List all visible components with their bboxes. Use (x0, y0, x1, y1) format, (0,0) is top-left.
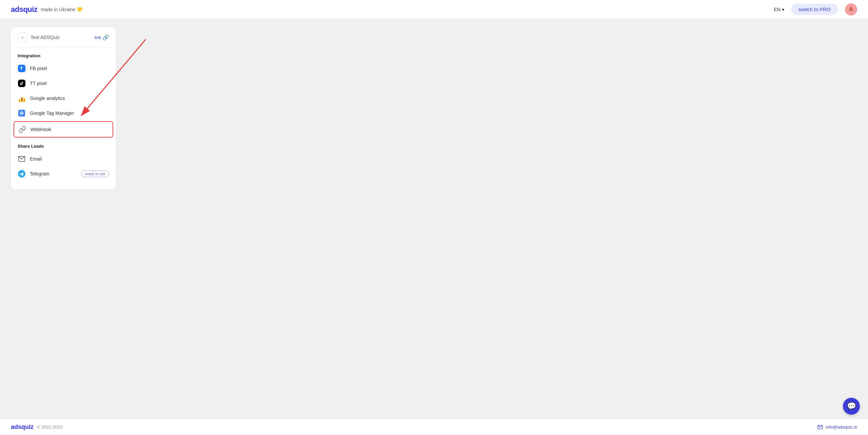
fb-pixel-label: FB pixel (30, 66, 47, 71)
webhook-item[interactable]: WebHook (14, 121, 113, 138)
telegram-badge: ready to use (81, 170, 109, 177)
chat-icon: 💬 (847, 402, 856, 411)
footer-email[interactable]: info@adsquiz.io (817, 424, 857, 430)
avatar[interactable]: A (845, 3, 857, 16)
switch-to-pro-button[interactable]: switch to PRO (791, 4, 838, 15)
footer-logo: adsquiz (11, 423, 34, 431)
telegram-label: Telegram (30, 171, 50, 177)
google-tag-manager-item[interactable]: Google Tag Manager (11, 106, 116, 121)
gtm-label: Google Tag Manager (30, 110, 74, 116)
telegram-icon (18, 170, 26, 178)
email-icon (18, 155, 26, 163)
footer-copyright: © 2022-2023 (37, 424, 62, 430)
footer-email-icon (817, 424, 823, 430)
footer: adsquiz © 2022-2023 info@adsquiz.io (0, 419, 868, 435)
webhook-icon (18, 125, 26, 133)
email-item[interactable]: Email (11, 151, 116, 166)
link-icon: 🔗 (102, 34, 109, 41)
telegram-item[interactable]: Telegram ready to use (11, 166, 116, 181)
tt-pixel-item[interactable]: TT pixel (11, 76, 116, 91)
logo: adsquiz (11, 5, 37, 14)
sidebar-card: ‹ Test ADSQuiz link 🔗 Integration FB pix… (11, 27, 116, 189)
chat-button[interactable]: 💬 (843, 398, 860, 415)
sidebar-header: ‹ Test ADSQuiz link 🔗 (11, 33, 116, 48)
email-label: Email (30, 156, 42, 162)
header: adsquiz made in Ukraine 💛 EN ▾ switch to… (0, 0, 868, 19)
google-analytics-label: Google analytics (30, 96, 65, 101)
integration-section-label: Integration (11, 48, 116, 61)
main-content: ‹ Test ADSQuiz link 🔗 Integration FB pix… (0, 19, 868, 419)
header-right: EN ▾ switch to PRO A (774, 3, 857, 16)
language-selector[interactable]: EN ▾ (774, 7, 784, 12)
svg-marker-2 (21, 112, 22, 114)
tagline: made in Ukraine 💛 (41, 7, 82, 12)
tt-pixel-icon (18, 79, 26, 87)
google-analytics-icon (18, 94, 26, 102)
sidebar-title: Test ADSQuiz (31, 35, 91, 40)
webhook-label: WebHook (31, 127, 51, 132)
share-leads-section-label: Share Leads (11, 138, 116, 151)
gtm-icon (18, 109, 26, 117)
back-button[interactable]: ‹ (18, 33, 27, 42)
fb-pixel-item[interactable]: FB pixel (11, 61, 116, 76)
tt-pixel-label: TT pixel (30, 81, 47, 86)
fb-pixel-icon (18, 64, 26, 72)
link-button[interactable]: link 🔗 (94, 34, 109, 41)
header-left: adsquiz made in Ukraine 💛 (11, 5, 82, 14)
google-analytics-item[interactable]: Google analytics (11, 91, 116, 106)
